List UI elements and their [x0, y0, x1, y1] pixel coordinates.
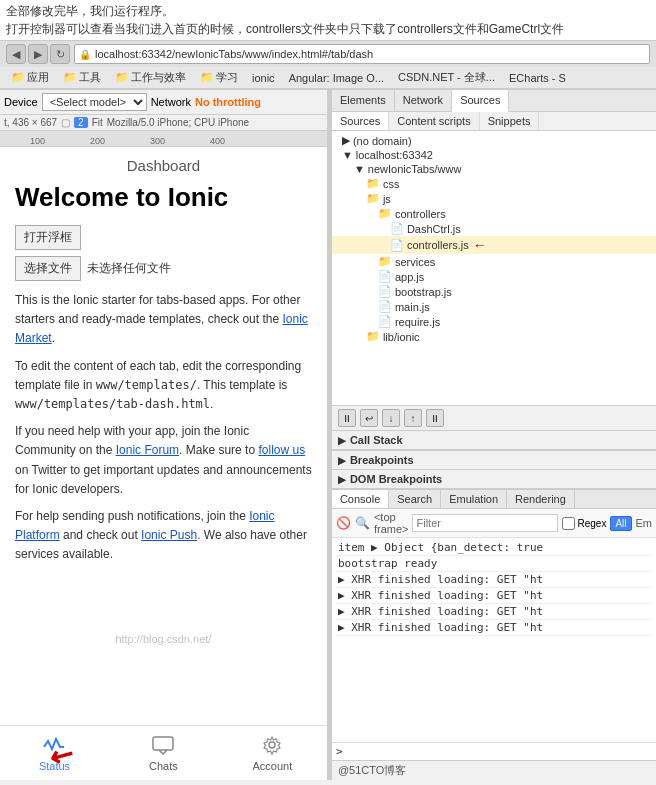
tab-elements[interactable]: Elements: [332, 90, 395, 111]
frame-selector[interactable]: <top frame>: [374, 511, 409, 535]
info-line1: 全部修改完毕，我们运行程序。: [6, 2, 650, 20]
console-msg-4: ▶ XHR finished loading: GET "ht: [336, 604, 652, 620]
console-tab-search[interactable]: Search: [389, 490, 441, 508]
bookmark-tools[interactable]: 📁 工具: [58, 69, 106, 86]
tree-js[interactable]: 📁 js: [332, 191, 656, 206]
file-require-icon: 📄: [378, 315, 392, 328]
tab-sources[interactable]: Sources: [452, 90, 509, 112]
regex-checkbox[interactable]: [562, 517, 575, 530]
nav-buttons: ◀ ▶ ↻: [6, 44, 70, 64]
address-bar[interactable]: 🔒 localhost:63342/newIonicTabs/www/index…: [74, 44, 650, 64]
console-msg-3: ▶ XHR finished loading: GET "ht: [336, 588, 652, 604]
subtab-snippets[interactable]: Snippets: [480, 112, 540, 130]
nav-account[interactable]: Account: [218, 726, 327, 780]
dashboard-title: Dashboard: [15, 157, 312, 174]
browser-toolbar: ◀ ▶ ↻ 🔒 localhost:63342/newIonicTabs/www…: [0, 41, 656, 67]
bookmark-bar: 📁 应用 📁 工具 📁 工作与效率 📁 学习 ionic Angular: Im…: [0, 67, 656, 89]
tree-newionictabs[interactable]: ▼ newIonicTabs/www: [332, 162, 656, 176]
para1: This is the Ionic starter for tabs-based…: [15, 291, 312, 349]
step-out-button[interactable]: ↑: [404, 409, 422, 427]
breakpoints-header[interactable]: ▶ Breakpoints: [332, 451, 656, 470]
console-filter-input[interactable]: [412, 514, 558, 532]
console-tab-emulation[interactable]: Emulation: [441, 490, 507, 508]
status-text: @51CTO博客: [338, 763, 406, 778]
ionic-push-link[interactable]: Ionic Push: [141, 528, 197, 542]
bookmark-ionic[interactable]: ionic: [247, 71, 280, 85]
folder-icon: 📁: [11, 71, 25, 84]
tree-dashctrl[interactable]: 📄 DashCtrl.js: [332, 221, 656, 236]
subtab-content-scripts[interactable]: Content scripts: [389, 112, 479, 130]
chevron-callstack-icon: ▶: [338, 435, 346, 446]
deactivate-button[interactable]: ⏸: [426, 409, 444, 427]
mobile-bottom-nav: Status ↙ Chats A: [0, 725, 327, 780]
chevron-breakpoints-icon: ▶: [338, 455, 346, 466]
tree-localhost[interactable]: ▼ localhost:63342: [332, 148, 656, 162]
device-select[interactable]: <Select model>: [42, 93, 147, 111]
bookmark-yingyong[interactable]: 📁 应用: [6, 69, 54, 86]
tree-libionic[interactable]: 📁 lib/ionic: [332, 329, 656, 344]
tree-controllers[interactable]: 📁 controllers: [332, 206, 656, 221]
all-button[interactable]: All: [610, 516, 631, 531]
info-line2: 打开控制器可以查看当我们进入首页的时候，controllers文件夹中只下载了c…: [6, 20, 650, 38]
forward-button[interactable]: ▶: [28, 44, 48, 64]
folder-js-icon: 📁: [366, 192, 380, 205]
bookmark-echarts[interactable]: ECharts - S: [504, 71, 571, 85]
lock-icon: 🔒: [79, 49, 91, 60]
folder-icon-2: 📁: [63, 71, 77, 84]
em-label: Em: [636, 517, 653, 529]
folder-controllers-icon: 📁: [378, 207, 392, 220]
call-stack-header[interactable]: ▶ Call Stack: [332, 431, 656, 450]
nav-status[interactable]: Status ↙: [0, 726, 109, 780]
filter-icon[interactable]: 🔍: [355, 516, 370, 530]
bookmark-work[interactable]: 📁 工作与效率: [110, 69, 191, 86]
ua-text: Mozilla/5.0 iPhone; CPU iPhone: [107, 117, 323, 128]
choose-file-button[interactable]: 选择文件: [15, 256, 81, 281]
clear-console-icon[interactable]: 🚫: [336, 516, 351, 530]
pause-button[interactable]: ⏸: [338, 409, 356, 427]
prompt-symbol: >: [336, 745, 343, 758]
tree-requirejs[interactable]: 📄 require.js: [332, 314, 656, 329]
network-label: Network: [151, 96, 191, 108]
console-tabs: Console Search Emulation Rendering: [332, 490, 656, 509]
bookmark-study[interactable]: 📁 学习: [195, 69, 243, 86]
no-throttle: No throttling: [195, 96, 261, 108]
console-messages: item ▶ Object {ban_detect: true bootstra…: [332, 538, 656, 742]
tree-services[interactable]: 📁 services: [332, 254, 656, 269]
svg-point-1: [269, 742, 275, 748]
tree-no-domain[interactable]: ▶ (no domain): [332, 133, 656, 148]
file-main-icon: 📄: [378, 300, 392, 313]
folder-icon-4: 📁: [200, 71, 214, 84]
console-tab-rendering[interactable]: Rendering: [507, 490, 575, 508]
tree-bootstrapjs[interactable]: 📄 bootstrap.js: [332, 284, 656, 299]
address-text: localhost:63342/newIonicTabs/www/index.h…: [95, 48, 373, 60]
chat-icon: [151, 735, 175, 758]
sources-subtabs: Sources Content scripts Snippets: [332, 112, 656, 131]
chevron-down-icon-localhost: ▼: [342, 149, 353, 161]
para4: For help sending push notifications, joi…: [15, 507, 312, 565]
back-button[interactable]: ◀: [6, 44, 26, 64]
step-over-button[interactable]: ↩: [360, 409, 378, 427]
console-area: Console Search Emulation Rendering 🚫 🔍 <…: [332, 489, 656, 760]
tree-controllersjs[interactable]: 📄 controllers.js ←: [332, 236, 656, 254]
file-app-icon: 📄: [378, 270, 392, 283]
open-float-button[interactable]: 打开浮框: [15, 225, 81, 250]
tab-network[interactable]: Network: [395, 90, 452, 111]
refresh-button[interactable]: ↻: [50, 44, 70, 64]
console-input[interactable]: [347, 745, 652, 758]
tree-css[interactable]: 📁 css: [332, 176, 656, 191]
welcome-title: Welcome to Ionic: [15, 182, 312, 213]
nav-chats[interactable]: Chats: [109, 726, 218, 780]
subtab-sources[interactable]: Sources: [332, 112, 389, 130]
console-tab-console[interactable]: Console: [332, 490, 389, 508]
folder-services-icon: 📁: [378, 255, 392, 268]
dom-breakpoints-header[interactable]: ▶ DOM Breakpoints: [332, 470, 656, 489]
bookmark-csdn[interactable]: CSDN.NET - 全球...: [393, 69, 500, 86]
tree-mainjs[interactable]: 📄 main.js: [332, 299, 656, 314]
chevron-dom-icon: ▶: [338, 474, 346, 485]
follow-us-link[interactable]: follow us: [258, 443, 305, 457]
tree-appjs[interactable]: 📄 app.js: [332, 269, 656, 284]
para2: To edit the content of each tab, edit th…: [15, 357, 312, 415]
step-into-button[interactable]: ↓: [382, 409, 400, 427]
ionic-forum-link[interactable]: Ionic Forum: [116, 443, 179, 457]
bookmark-angular[interactable]: Angular: Image O...: [284, 71, 389, 85]
